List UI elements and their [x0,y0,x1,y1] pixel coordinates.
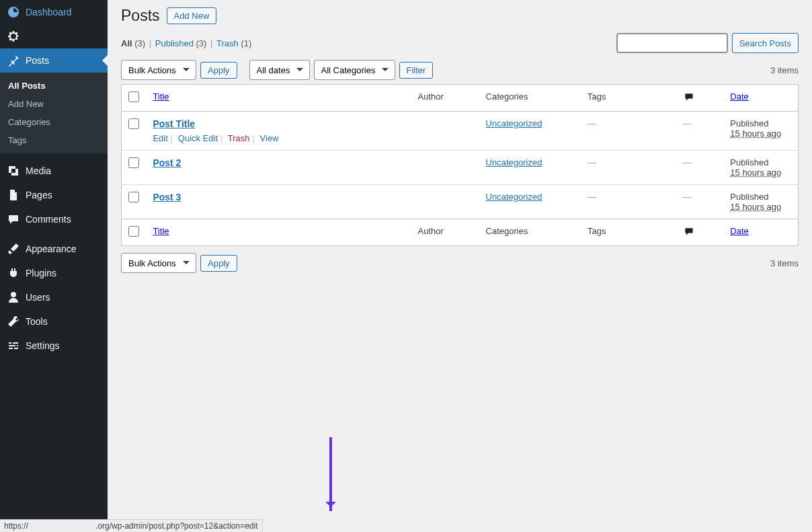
menu-label: Settings [26,340,60,351]
submenu-tags[interactable]: Tags [0,131,108,149]
statusbar-right: .org/wp-admin/post.php?post=12&action=ed… [95,521,258,531]
menu-label: Dashboard [26,7,72,17]
post-category-link[interactable]: Uncategorized [486,157,542,167]
col-categories-foot: Categories [479,219,581,246]
post-author [411,151,479,185]
menu-comments[interactable]: Comments [0,207,108,231]
col-tags: Tags [581,85,676,112]
row-checkbox[interactable] [128,118,139,129]
post-time: 15 hours ago [730,202,781,212]
statusbar-left: https:// [4,521,28,531]
post-title-link[interactable]: Post 3 [153,192,181,202]
row-actions: Edit| Quick Edit| Trash| View [153,133,404,143]
gear-icon [7,30,20,43]
brush-icon [7,242,20,256]
menu-label: Plugins [26,268,56,278]
bulk-actions-select-bottom[interactable]: Bulk Actions [121,253,196,273]
submenu-categories[interactable]: Categories [0,113,108,131]
menu-label: Appearance [26,243,77,254]
col-title-foot[interactable]: Title [153,226,169,236]
menu-appearance[interactable]: Appearance [0,237,108,261]
apply-button-top[interactable]: Apply [200,62,237,79]
view-trash[interactable]: Trash [216,38,239,48]
posts-table: Title Author Categories Tags Date Post T… [121,84,799,246]
page-title: Posts [121,7,160,25]
apply-button-bottom[interactable]: Apply [200,255,237,272]
post-status: Published [730,192,768,202]
row-quick-edit[interactable]: Quick Edit [178,133,218,143]
row-checkbox[interactable] [128,192,139,202]
sliders-icon [7,339,20,352]
post-tags: — [587,157,596,167]
select-all-checkbox[interactable] [128,91,139,102]
post-time: 15 hours ago [730,167,781,178]
col-tags-foot: Tags [581,219,676,246]
post-author [411,185,479,219]
col-author-foot: Author [411,219,479,246]
submenu-all-posts[interactable]: All Posts [0,77,108,95]
select-all-checkbox-bottom[interactable] [128,226,139,237]
post-comments: — [683,157,692,167]
view-published[interactable]: Published [155,38,194,48]
media-icon [7,164,20,178]
menu-posts[interactable]: Posts [0,48,108,73]
all-count: (3) [134,38,145,48]
post-status: Published [730,157,768,167]
post-time: 15 hours ago [730,128,781,139]
menu-tools[interactable]: Tools [0,309,108,334]
menu-pages[interactable]: Pages [0,183,108,207]
post-author [411,112,479,151]
post-title-link[interactable]: Post Title [153,118,195,129]
comment-icon[interactable] [683,229,695,239]
table-row: Post 3 Uncategorized — — Published15 hou… [122,185,799,219]
post-comments: — [683,118,692,128]
post-comments: — [683,192,692,202]
posts-submenu: All Posts Add New Categories Tags [0,73,108,153]
plug-icon [7,266,20,280]
items-count-bottom: 3 items [770,258,799,268]
menu-label: Users [26,292,50,303]
menu-media[interactable]: Media [0,159,108,183]
page-icon [7,188,20,202]
comment-icon[interactable] [683,91,695,104]
category-filter-select[interactable]: All Categories [314,60,395,80]
menu-label: Media [26,165,51,176]
post-title-link[interactable]: Post 2 [153,157,181,168]
pin-icon [7,54,20,67]
menu-dashboard[interactable]: Dashboard [0,0,108,24]
dashboard-icon [7,5,20,19]
col-title[interactable]: Title [153,91,169,102]
date-filter-select[interactable]: All dates [249,60,310,80]
wrench-icon [7,315,20,328]
menu-updates[interactable] [0,24,108,48]
menu-users[interactable]: Users [0,285,108,309]
col-author: Author [411,85,479,112]
row-checkbox[interactable] [128,157,139,168]
add-new-button[interactable]: Add New [167,7,217,24]
published-count: (3) [196,38,207,48]
menu-settings[interactable]: Settings [0,334,108,358]
post-category-link[interactable]: Uncategorized [486,118,542,128]
search-button[interactable]: Search Posts [732,33,799,53]
row-edit[interactable]: Edit [153,133,167,143]
bulk-actions-select[interactable]: Bulk Actions [121,60,196,80]
menu-label: Posts [26,55,49,66]
submenu-add-new[interactable]: Add New [0,95,108,113]
col-date[interactable]: Date [730,91,748,102]
col-date-foot[interactable]: Date [730,226,748,236]
user-icon [7,291,20,304]
row-view[interactable]: View [260,133,279,143]
table-row: Post 2 Uncategorized — — Published15 hou… [122,151,799,185]
view-filters: All (3) | Published (3) | Trash (1) [121,38,251,48]
menu-plugins[interactable]: Plugins [0,261,108,285]
browser-statusbar: https://.org/wp-admin/post.php?post=12&a… [0,519,263,532]
menu-label: Comments [26,214,71,225]
view-all[interactable]: All [121,38,132,48]
admin-sidebar: Dashboard Posts All Posts Add New Catego… [0,0,108,532]
post-category-link[interactable]: Uncategorized [486,192,542,202]
search-input[interactable] [616,33,728,53]
table-row: Post Title Edit| Quick Edit| Trash| View… [122,112,799,151]
menu-label: Pages [26,190,52,200]
row-trash[interactable]: Trash [228,133,250,143]
filter-button[interactable]: Filter [399,62,434,79]
